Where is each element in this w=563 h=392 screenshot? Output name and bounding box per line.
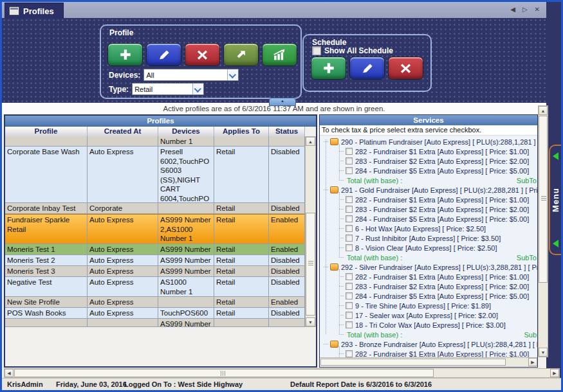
service-item[interactable]: 283 - Fundraiser $2 Extra [Auto Express]… xyxy=(339,204,537,214)
scroll-left-icon[interactable]: ◀ xyxy=(5,369,14,377)
services-horizontal-scrollbar[interactable]: ▶ xyxy=(320,357,537,367)
service-checkbox[interactable] xyxy=(346,157,353,165)
scrollbar-thumb[interactable] xyxy=(14,369,434,377)
service-checkbox[interactable] xyxy=(346,148,353,155)
service-checkbox[interactable] xyxy=(346,312,353,319)
table-row[interactable]: AS999 Number xyxy=(5,319,305,327)
service-checkbox[interactable] xyxy=(346,196,353,203)
service-item[interactable]: 282 - Fundraiser $1 Extra [Auto Express]… xyxy=(339,272,537,281)
service-item[interactable]: 284 - Fundraiser $5 Extra [Auto Express]… xyxy=(339,166,537,175)
table-row[interactable]: Moneris Test 1Auto ExpressAS999 Number 2… xyxy=(5,244,305,255)
table-row[interactable]: Corporate Base WashAuto ExpressPresell 6… xyxy=(5,147,305,203)
scroll-down-icon[interactable]: ▼ xyxy=(539,348,548,357)
service-item[interactable]: 283 - Fundraiser $2 Extra [Auto Express]… xyxy=(339,281,537,291)
x-icon xyxy=(196,49,208,61)
add-schedule-button[interactable] xyxy=(311,57,346,80)
service-item[interactable]: 284 - Fundraiser $5 Extra [Auto Express]… xyxy=(339,291,537,301)
scroll-right-icon[interactable]: ▶ xyxy=(550,369,559,377)
service-item[interactable]: 282 - Fundraiser $1 Extra [Auto Express]… xyxy=(339,195,537,204)
column-header[interactable]: Devices xyxy=(158,127,214,137)
scroll-up-icon[interactable]: ▲ xyxy=(539,106,548,115)
service-group-label: 291 - Gold Fundraiser [Auto Express] [ P… xyxy=(341,186,537,194)
service-checkbox[interactable] xyxy=(346,350,353,357)
cell-created-at: Auto Express xyxy=(88,147,158,202)
scrollbar-thumb[interactable] xyxy=(320,359,506,366)
tab-profiles[interactable]: Profiles xyxy=(5,3,64,19)
scrollbar-thumb[interactable] xyxy=(539,116,548,283)
scroll-right-icon[interactable]: ▶ xyxy=(528,358,537,366)
devices-select[interactable]: All xyxy=(143,69,239,81)
scrollbar-thumb[interactable] xyxy=(306,213,315,316)
services-vertical-scrollbar[interactable]: ▲ ▼ xyxy=(538,105,548,357)
column-header[interactable]: Applies To xyxy=(214,127,269,137)
menu-tab[interactable]: Menu xyxy=(549,145,561,255)
table-row[interactable]: Moneris Test 2Auto ExpressAS999 Number 2… xyxy=(5,255,305,266)
service-item[interactable]: 284 - Fundraiser $5 Extra [Auto Express]… xyxy=(339,214,537,224)
service-checkbox[interactable] xyxy=(346,167,353,174)
scroll-up-icon[interactable]: ▲ xyxy=(306,137,315,146)
service-item[interactable]: 6 - Hot Wax [Auto Express] [ Price: $2.5… xyxy=(339,224,537,233)
service-item[interactable]: 9 - Tire Shine [Auto Express] [ Price: $… xyxy=(339,301,537,310)
service-group-node[interactable]: 292 - Silver Fundraiser [Auto Express] [… xyxy=(324,262,537,272)
cell-profile: Negative Test xyxy=(5,277,88,296)
table-row[interactable]: Moneris Test 3Auto ExpressAS999 Number 2… xyxy=(5,266,305,277)
service-checkbox[interactable] xyxy=(346,225,353,232)
cell-status xyxy=(269,319,305,326)
table-row[interactable]: Negative TestAuto ExpressAS1000 Number 1… xyxy=(5,277,305,297)
add-profile-button[interactable] xyxy=(107,43,143,66)
column-header[interactable]: Created At xyxy=(88,127,158,137)
close-icon[interactable]: ✕ xyxy=(535,5,540,14)
service-item[interactable]: 7 - Rust Inhibitor [Auto Express] [ Pric… xyxy=(339,233,537,243)
service-item[interactable]: 18 - Tri Color Wax [Auto Express] [ Pric… xyxy=(339,320,537,330)
show-all-schedule-label: Show All Schedule xyxy=(324,46,393,55)
service-group-node[interactable]: 293 - Bronze Fundraiser [Auto Express] [… xyxy=(324,339,537,349)
cell-applies-to xyxy=(214,136,269,146)
delete-schedule-button[interactable] xyxy=(388,57,423,80)
show-all-schedule-checkbox[interactable] xyxy=(312,46,321,55)
service-checkbox[interactable] xyxy=(346,206,353,213)
promote-profile-button[interactable] xyxy=(223,43,259,66)
type-select[interactable]: Retail xyxy=(132,83,204,95)
table-row[interactable]: Number 1 xyxy=(5,136,305,147)
chevron-down-icon[interactable] xyxy=(192,84,203,94)
service-group-node[interactable]: 290 - Platinum Fundraiser [Auto Express]… xyxy=(324,137,537,147)
table-row[interactable]: Fundraiser Sparkle RetailAuto ExpressAS9… xyxy=(5,214,305,244)
profiles-table-body: Number 1Corporate Base WashAuto ExpressP… xyxy=(5,136,305,327)
nav-forward-icon[interactable]: ▷ xyxy=(522,5,528,14)
service-checkbox[interactable] xyxy=(346,283,353,290)
service-item[interactable]: 8 - Vision Clear [Auto Express] [ Price:… xyxy=(339,243,537,253)
table-row[interactable]: Corporate Inbay TestCorporateRetailDisab… xyxy=(5,203,305,214)
edit-schedule-button[interactable] xyxy=(349,57,385,80)
edit-profile-button[interactable] xyxy=(146,43,181,66)
tree-connector xyxy=(339,276,344,277)
menu-arrow-top-icon[interactable] xyxy=(553,152,558,160)
chevron-down-icon[interactable] xyxy=(227,69,238,80)
main-horizontal-scrollbar[interactable]: ◀ ▶ xyxy=(4,368,560,378)
service-checkbox[interactable] xyxy=(346,235,353,242)
collapse-splitter-handle[interactable]: ▲ xyxy=(269,98,296,106)
column-header[interactable]: Status xyxy=(269,127,305,137)
table-row[interactable]: New Site ProfileAuto ExpressRetailEnable… xyxy=(5,297,305,308)
service-item[interactable]: 282 - Fundraiser $1 Extra [Auto Express]… xyxy=(339,147,537,156)
column-header[interactable]: Profile xyxy=(5,127,88,137)
service-checkbox[interactable] xyxy=(346,244,353,251)
scroll-down-icon[interactable]: ▼ xyxy=(306,317,315,326)
table-row[interactable]: POS Wash BooksAuto ExpressTouchPOS6005Re… xyxy=(5,308,305,319)
service-group-node[interactable]: 291 - Gold Fundraiser [Auto Express] [ P… xyxy=(324,185,537,195)
menu-arrow-bottom-icon[interactable] xyxy=(553,240,558,247)
service-item[interactable]: 17 - Sealer wax [Auto Express] [ Price: … xyxy=(339,310,537,320)
service-checkbox[interactable] xyxy=(346,273,353,280)
service-checkbox[interactable] xyxy=(346,215,353,222)
tree-connector xyxy=(339,180,344,181)
status-bar: KrisAdmin Friday, June 03, 2016 Logged O… xyxy=(2,378,561,391)
service-checkbox[interactable] xyxy=(346,302,353,309)
cell-profile xyxy=(5,136,88,146)
profiles-vertical-scrollbar[interactable]: ▲ ▼ xyxy=(305,136,316,327)
service-item[interactable]: 283 - Fundraiser $2 Extra [Auto Express]… xyxy=(339,156,537,166)
service-checkbox[interactable] xyxy=(346,321,353,328)
tree-connector xyxy=(339,334,344,335)
nav-back-icon[interactable]: ◀ xyxy=(510,5,515,14)
profile-report-button[interactable] xyxy=(262,43,297,66)
service-checkbox[interactable] xyxy=(346,292,353,299)
delete-profile-button[interactable] xyxy=(185,43,220,66)
